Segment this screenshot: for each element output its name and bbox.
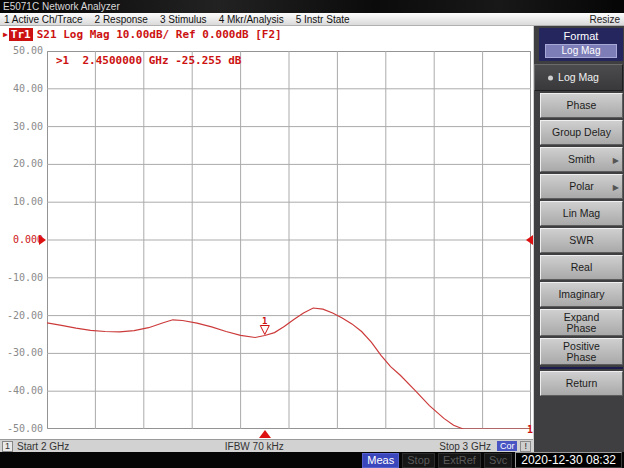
submenu-arrow-icon: ▶ bbox=[613, 154, 619, 165]
softkey-expand-phase[interactable]: Expand Phase bbox=[540, 309, 623, 336]
softkey-menu-header: Format Log Mag bbox=[539, 28, 623, 61]
selected-bullet-icon bbox=[548, 75, 553, 80]
stimulus-marker-icon[interactable] bbox=[259, 430, 271, 438]
title-bar: E5071C Network Analyzer bbox=[0, 0, 624, 13]
y-tick-label: 20.00 bbox=[0, 158, 43, 169]
alert-badge: ! bbox=[520, 441, 531, 452]
extref-status: ExtRef bbox=[438, 453, 481, 468]
softkey-smith[interactable]: Smith▶ bbox=[540, 147, 623, 172]
menu-items: 1 Active Ch/Trace2 Response3 Stimulus4 M… bbox=[4, 14, 350, 25]
ref-level-arrow-left-icon[interactable] bbox=[39, 235, 46, 245]
softkey-label: Smith bbox=[568, 154, 595, 165]
softkey-label: Group Delay bbox=[552, 127, 611, 138]
softkey-lin-mag[interactable]: Lin Mag bbox=[540, 201, 623, 226]
status-bar: Meas Stop ExtRef Svc 2020-12-30 08:32 bbox=[0, 452, 624, 468]
softkey-label: Expand Phase bbox=[564, 312, 600, 334]
correction-badge: Cor bbox=[497, 441, 518, 451]
softkey-swr[interactable]: SWR bbox=[540, 228, 623, 253]
softkey-panel: Format Log Mag Log MagPhaseGroup DelaySm… bbox=[533, 26, 624, 452]
svc-status: Svc bbox=[484, 453, 512, 468]
current-format-value: Log Mag bbox=[545, 44, 617, 58]
trace-status-line: ▶ Tr1 S21 Log Mag 10.00dB/ Ref 0.000dB [… bbox=[3, 28, 282, 41]
y-tick-label: -20.00 bbox=[0, 310, 43, 321]
softkey-positive-phase[interactable]: Positive Phase bbox=[540, 338, 623, 365]
graticule-svg: 1 bbox=[47, 51, 531, 429]
marker-readout: >1 2.4500000 GHz -25.255 dB bbox=[56, 54, 241, 67]
menu-item-mkr-analysis[interactable]: 4 Mkr/Analysis bbox=[219, 14, 284, 25]
softkey-label: Log Mag bbox=[558, 72, 599, 83]
menu-item-active-ch-trace[interactable]: 1 Active Ch/Trace bbox=[4, 14, 83, 25]
softkey-log-mag[interactable]: Log Mag bbox=[534, 64, 623, 91]
network-analyzer-window: E5071C Network Analyzer 1 Active Ch/Trac… bbox=[0, 0, 624, 468]
y-tick-label: 0.000 bbox=[0, 234, 43, 245]
softkey-label: Positive Phase bbox=[563, 341, 600, 363]
y-tick-label: -50.00 bbox=[0, 423, 43, 434]
channel-number[interactable]: 1 bbox=[2, 441, 13, 452]
ref-level-arrow-right-icon[interactable] bbox=[526, 235, 533, 245]
trace-format-text: S21 Log Mag 10.00dB/ Ref 0.000dB [F2] bbox=[37, 28, 282, 41]
softkey-label: Phase bbox=[567, 100, 597, 111]
stop-status: Stop bbox=[402, 453, 435, 468]
menu-title: Format bbox=[539, 30, 623, 42]
menu-item-response[interactable]: 2 Response bbox=[95, 14, 148, 25]
date-time: 2020-12-30 08:32 bbox=[515, 452, 622, 468]
softkey-buttons: Log MagPhaseGroup DelaySmith▶Polar▶Lin M… bbox=[534, 64, 624, 396]
y-tick-label: 40.00 bbox=[0, 83, 43, 94]
softkey-return[interactable]: Return bbox=[540, 371, 623, 396]
trace-end-label: 1 bbox=[527, 424, 533, 435]
trace-badge: Tr1 bbox=[9, 28, 33, 41]
ifbw-value: IFBW 70 kHz bbox=[69, 441, 439, 452]
softkey-label: Return bbox=[566, 378, 598, 389]
y-tick-label: -30.00 bbox=[0, 347, 43, 358]
channel-status-strip: 1 Start 2 GHz IFBW 70 kHz Stop 3 GHz Cor… bbox=[0, 439, 533, 452]
softkey-group-delay[interactable]: Group Delay bbox=[540, 120, 623, 145]
stop-frequency: Stop 3 GHz bbox=[439, 441, 491, 452]
softkey-polar[interactable]: Polar▶ bbox=[540, 174, 623, 199]
softkey-label: Polar bbox=[569, 181, 594, 192]
y-tick-label: -40.00 bbox=[0, 385, 43, 396]
meas-status: Meas bbox=[362, 453, 399, 468]
softkey-imaginary[interactable]: Imaginary bbox=[540, 282, 623, 307]
softkey-divider bbox=[540, 367, 623, 369]
y-tick-label: 50.00 bbox=[0, 45, 43, 56]
submenu-arrow-icon: ▶ bbox=[613, 181, 619, 192]
active-trace-arrow-icon: ▶ bbox=[3, 30, 8, 39]
menu-bar: 1 Active Ch/Trace2 Response3 Stimulus4 M… bbox=[0, 13, 624, 26]
softkey-label: SWR bbox=[569, 235, 594, 246]
window-title: E5071C Network Analyzer bbox=[3, 1, 120, 12]
softkey-label: Real bbox=[571, 262, 593, 273]
y-tick-label: 30.00 bbox=[0, 121, 43, 132]
softkey-label: Imaginary bbox=[558, 289, 604, 300]
marker-1-number: 1 bbox=[262, 316, 267, 326]
y-tick-label: -10.00 bbox=[0, 272, 43, 283]
menu-item-stimulus[interactable]: 3 Stimulus bbox=[160, 14, 207, 25]
instrument-screen: ▶ Tr1 S21 Log Mag 10.00dB/ Ref 0.000dB [… bbox=[0, 26, 533, 452]
softkey-real[interactable]: Real bbox=[540, 255, 623, 280]
y-tick-label: 10.00 bbox=[0, 196, 43, 207]
softkey-phase[interactable]: Phase bbox=[540, 93, 623, 118]
menu-item-instr-state[interactable]: 5 Instr State bbox=[296, 14, 350, 25]
start-frequency: Start 2 GHz bbox=[17, 441, 69, 452]
resize-button[interactable]: Resize bbox=[589, 14, 620, 25]
softkey-label: Lin Mag bbox=[563, 208, 600, 219]
